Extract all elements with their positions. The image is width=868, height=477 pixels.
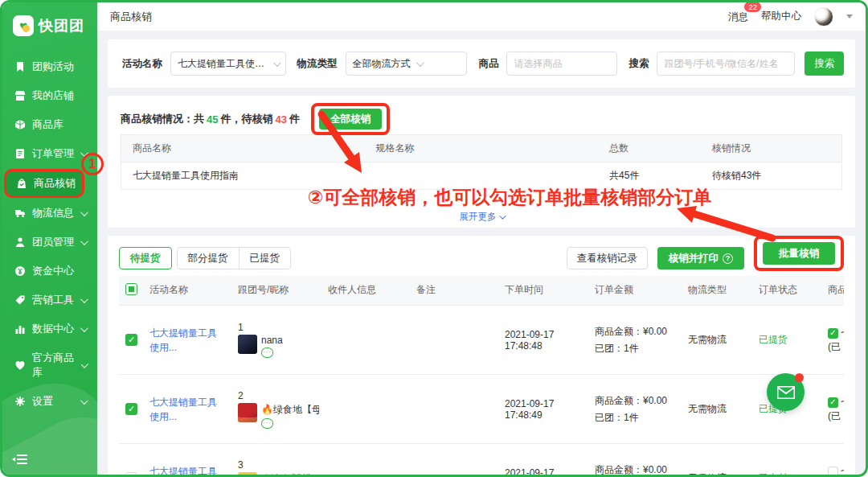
chevron-down-icon [499, 212, 506, 219]
filter-bar: 活动名称 七大提销量工具使用指南 第一 物流类型 全部物流方式 商品 搜索 搜索 [108, 39, 855, 88]
sidebar-item-my-shop[interactable]: 我的店铺 [2, 81, 97, 110]
chevron-down-icon [416, 59, 424, 67]
member-avatar [238, 335, 257, 354]
search-button[interactable]: 搜索 [805, 51, 844, 76]
logistics-cell: 无需物流 [680, 306, 751, 374]
row-checkbox[interactable] [125, 472, 137, 475]
group-number: 3 [238, 459, 312, 471]
help-question-icon: ? [723, 253, 733, 264]
annotation-box-verify-all: 全部核销 [311, 103, 390, 135]
member-nickname: nana [261, 335, 283, 346]
annotation-step2-text: ②可全部核销，也可以勾选订单批量核销部分订单 [121, 185, 842, 210]
chevron-down-icon [80, 295, 88, 303]
box-icon [14, 119, 26, 130]
item-checkbox[interactable]: ✓ [828, 397, 838, 408]
sidebar-item-group-activity[interactable]: 团购活动 [2, 52, 97, 81]
view-verification-records-button[interactable]: 查看核销记录 [567, 247, 648, 269]
logo: ♥ 快团团 [2, 2, 97, 47]
member-avatar [238, 472, 257, 475]
app-window: ♥ 快团团 团购活动 我的店铺 商品库 订单管理 [0, 0, 868, 477]
verification-card: 商品核销情况：共 45 件，待核销 43 件 全部核销 商品名称 规格名称 总数… [108, 96, 855, 228]
product-input[interactable] [506, 51, 617, 76]
recipient-cell [320, 444, 408, 475]
orders-table: 活动名称 跟团号/昵称 收件人信息 备注 下单时间 订单金额 物流类型 订单状态… [119, 276, 844, 475]
messages-float-button[interactable] [767, 373, 805, 411]
bag-check-icon [16, 178, 27, 189]
search-input[interactable] [657, 51, 795, 76]
logistics-select[interactable]: 全部物流方式 [346, 51, 468, 76]
help-center-link[interactable]: 帮助中心 [761, 10, 801, 23]
account-dropdown-icon[interactable] [846, 14, 853, 19]
tab-partial-pickup[interactable]: 部分提货 [177, 247, 240, 269]
group-number: 1 [238, 322, 312, 333]
topbar: 商品核销 22 消息 帮助中心 [97, 2, 866, 31]
heart-icon [14, 360, 26, 371]
order-time-cell: 2021-09-17 17:48:49 [497, 375, 587, 443]
total-count: 45 [207, 113, 218, 125]
activity-link[interactable]: 七大提销量工具使用... [149, 395, 222, 424]
verification-summary: 商品核销情况：共 45 件，待核销 43 件 全部核销 [121, 104, 842, 134]
sidebar-nav: 团购活动 我的店铺 商品库 订单管理 商品核销 物流信息 [2, 52, 97, 416]
member-nickname: 小达人🧡桃妈... [261, 472, 319, 475]
page-title: 商品核销 [110, 10, 152, 24]
orders-table-header: 活动名称 跟团号/昵称 收件人信息 备注 下单时间 订单金额 物流类型 订单状态… [119, 276, 844, 306]
order-time-cell: 2021-09-17 17:52:01 [497, 444, 587, 475]
order-amount-cell: 商品金额：¥0.00 已团：1件 [587, 444, 680, 475]
chevron-down-icon [80, 237, 88, 245]
orders-card: 待提货 部分提货 已提货 查看核销记录 核销并打印 ? 批量核销 [108, 236, 855, 475]
verification-table-header: 商品名称 规格名称 总数 核销情况 [121, 135, 841, 162]
item-checkbox[interactable]: ✓ [828, 328, 838, 339]
tab-pending-pickup[interactable]: 待提货 [119, 247, 172, 269]
order-row: ✓ 七大提销量工具使用... 2 🔥绿食地【母... ··· [119, 375, 844, 444]
logistics-cell: 无需物流 [680, 375, 751, 443]
order-row: ✓ 七大提销量工具使用... 1 nana ··· [119, 306, 844, 375]
recipient-cell [320, 375, 408, 443]
remark-cell [408, 444, 497, 475]
row-checkbox[interactable]: ✓ [125, 403, 137, 415]
messages-link[interactable]: 22 消息 [728, 9, 748, 24]
activity-link[interactable]: 七大提销量工具使用... [149, 464, 222, 475]
user-avatar[interactable] [814, 7, 833, 27]
product-label: 商品 [478, 57, 498, 71]
sidebar-item-product-library[interactable]: 商品库 [2, 110, 97, 139]
activity-link[interactable]: 七大提销量工具使用... [149, 326, 222, 355]
main-area: 商品核销 22 消息 帮助中心 活动名称 七大提销量工具使用指南 第一 物流类型 [97, 2, 866, 475]
pending-count: 43 [275, 113, 286, 125]
order-time-cell: 2021-09-17 17:48:48 [497, 306, 587, 374]
store-icon [14, 90, 26, 101]
activity-label: 活动名称 [122, 57, 162, 71]
item-checkbox[interactable] [828, 467, 838, 475]
messages-count-badge: 22 [744, 2, 761, 12]
remark-cell [408, 306, 497, 374]
chevron-down-icon [80, 324, 88, 332]
batch-verify-button[interactable]: 批量核销 [763, 242, 835, 265]
chat-icon[interactable]: ··· [261, 418, 273, 429]
chat-icon[interactable]: ··· [261, 347, 273, 358]
expand-more-link[interactable]: 展开更多 [121, 211, 842, 223]
verification-table: 商品名称 规格名称 总数 核销情况 七大提销量工具使用指南 共45件 待核销43… [121, 134, 842, 190]
verify-and-print-button[interactable]: 核销并打印 ? [657, 247, 745, 269]
topbar-right: 22 消息 帮助中心 [728, 7, 853, 27]
activity-select[interactable]: 七大提销量工具使用指南 第一 [170, 51, 286, 76]
sidebar-item-marketing-tools[interactable]: 营销工具 [2, 286, 97, 315]
tab-picked-up[interactable]: 已提货 [239, 247, 292, 269]
orders-toolbar: 待提货 部分提货 已提货 查看核销记录 核销并打印 ? 批量核销 [119, 244, 844, 273]
chevron-down-icon [81, 360, 88, 368]
sidebar-item-member-management[interactable]: 团员管理 [2, 228, 97, 257]
member-avatar [238, 403, 257, 422]
sidebar-item-official-library[interactable]: 官方商品库 [2, 343, 97, 387]
sidebar-item-data-center[interactable]: 数据中心 [2, 315, 97, 343]
select-all-checkbox[interactable] [125, 283, 137, 295]
order-row: 七大提销量工具使用... 3 小达人🧡桃妈... ··· [119, 444, 844, 475]
member-nickname: 🔥绿食地【母... [261, 403, 319, 417]
sidebar-item-funds-center[interactable]: 资金中心 [2, 257, 97, 286]
envelope-icon [777, 386, 795, 399]
verify-all-button[interactable]: 全部核销 [319, 109, 382, 130]
sidebar-item-product-verification[interactable]: 商品核销 [4, 169, 84, 198]
heart-logo-icon: ♥ [13, 15, 34, 36]
search-label: 搜索 [628, 57, 649, 71]
sidebar-item-logistics-info[interactable]: 物流信息 [2, 199, 97, 228]
row-checkbox[interactable]: ✓ [125, 334, 137, 346]
order-list-icon [14, 148, 26, 159]
collapse-sidebar-icon[interactable] [12, 454, 28, 467]
